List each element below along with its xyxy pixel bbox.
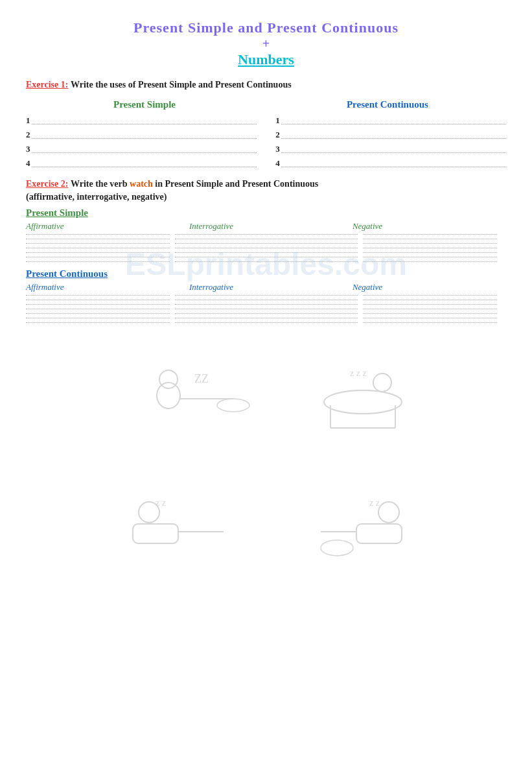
- ex1-col1-3: 3: [26, 144, 257, 154]
- pc-line-6: [26, 318, 506, 318]
- ps-l5-s1[interactable]: [26, 252, 170, 253]
- pc-l4-s1[interactable]: [26, 309, 170, 309]
- pc-l3-s2[interactable]: [175, 304, 358, 305]
- ps-l3-s2[interactable]: [175, 243, 358, 244]
- ps-l5-s3[interactable]: [363, 252, 497, 253]
- row-num-2-2: 2: [275, 130, 280, 140]
- exercise2-pre: Write the verb: [71, 179, 130, 189]
- pc-l7-s2[interactable]: [175, 322, 358, 323]
- ps-l6-s1[interactable]: [26, 257, 170, 257]
- ps-line-6: [26, 257, 506, 257]
- ex1-col1-2: 2: [26, 130, 257, 140]
- ps-l4-s1[interactable]: [26, 248, 170, 248]
- ex1-col2-2: 2: [275, 130, 506, 140]
- svg-point-0: [157, 383, 180, 409]
- pc-l5-s3[interactable]: [363, 313, 497, 314]
- pc-l6-s1[interactable]: [26, 318, 170, 318]
- pc-l6-s2[interactable]: [175, 318, 358, 318]
- ps-l7-s1[interactable]: [26, 261, 170, 262]
- ex1-col1-1: 1: [26, 115, 257, 126]
- dotline-1-2[interactable]: [32, 138, 257, 139]
- ps-l4-s3[interactable]: [363, 248, 497, 248]
- ps-l3-s1[interactable]: [26, 243, 170, 244]
- section2-title: Present Continuous: [26, 268, 506, 279]
- dotline-1-1[interactable]: [32, 124, 257, 124]
- pc-l5-s2[interactable]: [175, 313, 358, 314]
- pc-line-3: [26, 304, 506, 305]
- ps-l5-s2[interactable]: [175, 252, 358, 253]
- ps-l6-s3[interactable]: [363, 257, 497, 257]
- svg-point-6: [324, 390, 402, 414]
- exercise1-rows: 1 1 2 2 3 3 4: [26, 115, 506, 169]
- ps-l3-s3[interactable]: [363, 243, 497, 244]
- dotline-1-4[interactable]: [32, 167, 257, 167]
- ps-l1-s1[interactable]: [26, 234, 170, 235]
- ps-l1-s3[interactable]: [363, 234, 497, 235]
- section1-title: Present Simple: [26, 207, 506, 219]
- exercise2-post: in Present Simple and Present Continuous: [155, 179, 318, 189]
- ps-affirmative-header: Affirmative: [26, 221, 179, 231]
- ps-line-5: [26, 252, 506, 253]
- exercise2-watch: watch: [130, 179, 153, 189]
- svg-point-5: [373, 373, 391, 392]
- pc-l3-s3[interactable]: [363, 304, 497, 305]
- ps-negative-header: Negative: [353, 221, 506, 231]
- ps-interrogative-header: Interrogative: [189, 221, 343, 231]
- pc-l1-s3[interactable]: [363, 295, 497, 296]
- ps-l2-s1[interactable]: [26, 239, 170, 239]
- pc-l2-s2[interactable]: [175, 300, 358, 300]
- pc-line-7: [26, 322, 506, 323]
- dotline-1-3[interactable]: [32, 152, 257, 153]
- col2-header: Present Continuous: [275, 99, 500, 110]
- pc-l2-s1[interactable]: [26, 300, 170, 300]
- svg-text:z z: z z: [156, 498, 166, 508]
- pc-interrogative-header: Interrogative: [189, 282, 343, 292]
- exercise1-instruction: Write the uses of Present Simple and Pre…: [71, 80, 292, 89]
- pc-l3-s1[interactable]: [26, 304, 170, 305]
- pc-l7-s1[interactable]: [26, 322, 170, 323]
- ps-line-3: [26, 243, 506, 244]
- pc-l5-s1[interactable]: [26, 313, 170, 314]
- ps-lines: [26, 234, 506, 262]
- sleeping-figure-2: z z z: [318, 363, 408, 441]
- row-num-1-2: 2: [26, 130, 30, 140]
- ex1-col2-4: 4: [275, 158, 506, 169]
- ps-l2-s2[interactable]: [175, 239, 358, 239]
- sleeping-figure-4: z z: [318, 493, 408, 564]
- ps-line-1: [26, 234, 506, 235]
- pc-l6-s3[interactable]: [363, 318, 497, 318]
- svg-text:z z z: z z z: [350, 368, 367, 378]
- row-num-1-1: 1: [26, 115, 30, 126]
- pc-l2-s3[interactable]: [363, 300, 497, 300]
- pc-line-2: [26, 300, 506, 300]
- columns-header: Present Simple Present Continuous: [26, 99, 506, 110]
- dotline-2-3[interactable]: [281, 152, 506, 153]
- svg-point-4: [217, 399, 249, 412]
- ps-l6-s2[interactable]: [175, 257, 358, 257]
- sleeping-figure-1: ZZ: [149, 363, 253, 441]
- exercise1-label: Exercise 1:: [26, 80, 68, 89]
- title-line1: Present Simple and Present Continuous: [26, 19, 506, 36]
- ps-l2-s3[interactable]: [363, 239, 497, 239]
- ex1-row-2: 2 2: [26, 130, 506, 140]
- ps-l7-s2[interactable]: [175, 261, 358, 262]
- pc-affirmative-header: Affirmative: [26, 282, 179, 292]
- ps-l1-s2[interactable]: [175, 234, 358, 235]
- ps-l7-s3[interactable]: [363, 261, 497, 262]
- dotline-2-1[interactable]: [281, 124, 506, 124]
- pc-l1-s2[interactable]: [175, 295, 358, 296]
- ps-line-4: [26, 248, 506, 248]
- exercise2-instruction2: (affirmative, interrogative, negative): [26, 192, 506, 202]
- dotline-2-2[interactable]: [281, 138, 506, 139]
- pc-l7-s3[interactable]: [363, 322, 497, 323]
- svg-rect-12: [133, 524, 178, 543]
- pc-line-4: [26, 309, 506, 309]
- dotline-2-4[interactable]: [281, 167, 506, 167]
- exercise1-header: Exercise 1: Write the uses of Present Si…: [26, 80, 506, 90]
- pc-line-5: [26, 313, 506, 314]
- pc-col-headers: Affirmative Interrogative Negative: [26, 282, 506, 292]
- pc-l4-s2[interactable]: [175, 309, 358, 309]
- pc-l4-s3[interactable]: [363, 309, 497, 309]
- ps-l4-s2[interactable]: [175, 248, 358, 248]
- pc-l1-s1[interactable]: [26, 295, 170, 296]
